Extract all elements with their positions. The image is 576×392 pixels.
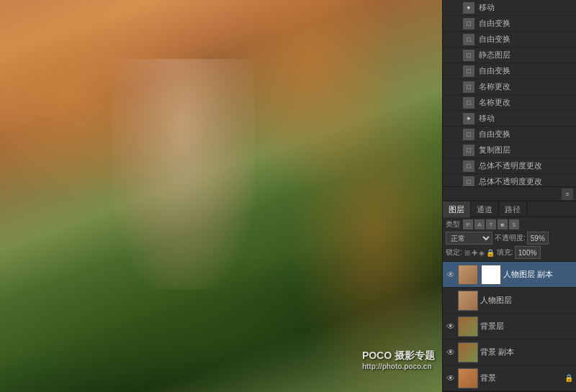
- layer-name: 背景层: [480, 321, 573, 332]
- layer-name: 背景 副本: [480, 347, 573, 357]
- layer-visibility-icon[interactable]: 👁: [446, 373, 456, 383]
- layer-visibility-icon[interactable]: [446, 296, 456, 306]
- canvas-image: [0, 0, 442, 392]
- filter-text-icon[interactable]: T: [486, 219, 496, 229]
- lock-label: 锁定:: [446, 247, 462, 257]
- layer-thumb: [458, 342, 478, 363]
- layer-visibility-icon[interactable]: 👁: [446, 322, 456, 332]
- fill-label: 填充:: [497, 247, 513, 257]
- layer-thumb: [458, 316, 478, 337]
- lock-fill-row: 锁定: ⊞ ✚ ◈ 🔒 填充:: [446, 246, 573, 259]
- layer-thumb: [458, 265, 478, 285]
- filter-shape-icon[interactable]: ■: [498, 219, 508, 229]
- history-icon: □: [463, 50, 474, 61]
- layers-panel: ≡ 图层通道路径 类型 P A T ■ S 正常: [443, 187, 576, 392]
- history-icon: □: [463, 34, 474, 45]
- history-item[interactable]: ✦ 移动: [443, 0, 576, 16]
- layer-item[interactable]: 👁 背景 🔒: [443, 365, 576, 391]
- history-item[interactable]: □ 名称更改: [443, 79, 576, 95]
- layer-name: 人物图层 副本: [503, 269, 573, 280]
- history-item[interactable]: □ 复制图层: [443, 142, 576, 158]
- history-icon: □: [463, 160, 474, 172]
- layer-visibility-icon[interactable]: 👁: [446, 347, 456, 357]
- tab-路径[interactable]: 路径: [499, 201, 527, 217]
- layer-name: 背景: [480, 373, 562, 383]
- fill-input[interactable]: [515, 246, 541, 259]
- history-icon: □: [463, 81, 474, 93]
- layer-item[interactable]: 👁 背景层: [443, 314, 576, 339]
- lock-all-icon[interactable]: 🔒: [486, 249, 495, 257]
- layer-list[interactable]: 👁 人物图层 副本 人物图层 👁 背景层 👁 背景 副本 👁 背景 🔒: [443, 262, 576, 391]
- history-item[interactable]: □ 自由变换: [443, 127, 576, 142]
- lock-move-icon[interactable]: ✚: [472, 249, 477, 257]
- layer-visibility-icon[interactable]: 👁: [446, 270, 456, 280]
- history-icon: □: [463, 65, 474, 77]
- history-panel: ✦ 移动 □ 自由变换 □ 自由变换 □ 静态图层 □ 自由变换 □ 名称更改 …: [443, 0, 576, 187]
- filter-smart-icon[interactable]: S: [509, 219, 519, 229]
- figure-overlay: [111, 59, 255, 289]
- history-item[interactable]: □ 名称更改: [443, 95, 576, 111]
- history-icon: □: [463, 129, 474, 140]
- history-item[interactable]: □ 自由变换: [443, 63, 576, 79]
- lock-icons: ⊞ ✚ ◈ 🔒: [464, 249, 495, 257]
- tab-通道[interactable]: 通道: [471, 201, 499, 217]
- layer-controls: 类型 P A T ■ S 正常 不透明度: 锁定:: [443, 217, 576, 262]
- history-icon: ✦: [463, 113, 474, 124]
- history-item[interactable]: □ 静态图层: [443, 47, 576, 63]
- layer-item[interactable]: 👁 背景 副本: [443, 339, 576, 365]
- history-item[interactable]: □ 总体不透明度更改: [443, 174, 576, 186]
- layer-thumb: [458, 368, 478, 388]
- blend-opacity-row: 正常 不透明度:: [446, 232, 573, 245]
- opacity-input[interactable]: [527, 232, 549, 245]
- history-icon: □: [463, 176, 474, 187]
- layer-item[interactable]: 人物图层: [443, 288, 576, 314]
- canvas-area: POCO 摄影专题 http://photo.poco.cn: [0, 0, 442, 392]
- type-icon: 类型: [446, 219, 460, 229]
- blend-mode-select[interactable]: 正常: [446, 232, 492, 245]
- layer-lock-badge: 🔒: [564, 374, 573, 382]
- layer-filter-row: 类型 P A T ■ S: [446, 219, 573, 229]
- filter-adj-icon[interactable]: A: [474, 219, 485, 229]
- lock-checkerboard-icon[interactable]: ⊞: [464, 249, 470, 257]
- mini-toolbar: ≡: [443, 187, 576, 201]
- opacity-control: 不透明度:: [495, 232, 549, 245]
- history-item[interactable]: □ 自由变换: [443, 32, 576, 47]
- panel-menu-btn[interactable]: ≡: [562, 188, 573, 200]
- history-icon: □: [463, 97, 474, 109]
- history-icon: □: [463, 18, 474, 29]
- tabs-row: 图层通道路径: [443, 201, 576, 217]
- layer-thumb: [458, 291, 478, 311]
- layer-mask-thumb: [481, 265, 501, 285]
- layer-item[interactable]: 👁 人物图层 副本: [443, 262, 576, 288]
- right-panel: ✦ 移动 □ 自由变换 □ 自由变换 □ 静态图层 □ 自由变换 □ 名称更改 …: [442, 0, 576, 392]
- history-item[interactable]: ✦ 移动: [443, 111, 576, 127]
- history-icon: ✦: [463, 2, 474, 14]
- history-item[interactable]: □ 自由变换: [443, 16, 576, 32]
- filter-pixel-icon[interactable]: P: [463, 219, 473, 229]
- history-list[interactable]: ✦ 移动 □ 自由变换 □ 自由变换 □ 静态图层 □ 自由变换 □ 名称更改 …: [443, 0, 576, 186]
- watermark-main: POCO 摄影专题 http://photo.poco.cn: [362, 350, 435, 370]
- opacity-label: 不透明度:: [495, 233, 526, 243]
- fill-control: 填充:: [497, 246, 541, 259]
- layer-name: 人物图层: [480, 295, 573, 306]
- tab-图层[interactable]: 图层: [443, 201, 471, 217]
- lock-artboard-icon[interactable]: ◈: [479, 249, 485, 257]
- history-item[interactable]: □ 总体不透明度更改: [443, 158, 576, 174]
- history-icon: □: [463, 145, 474, 156]
